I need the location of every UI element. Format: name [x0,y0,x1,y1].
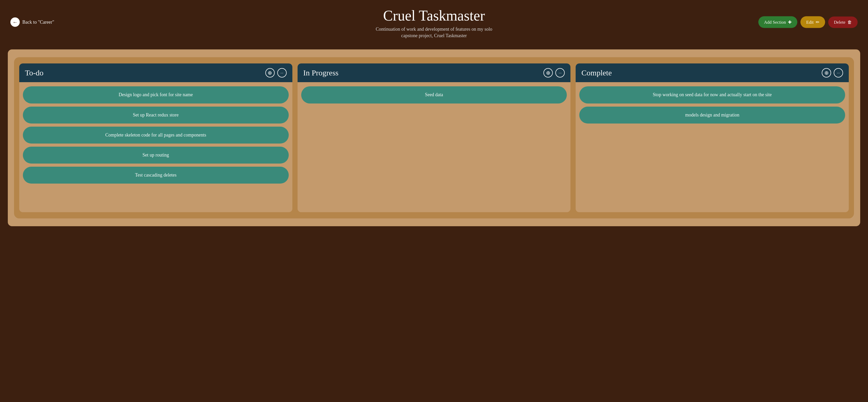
edit-button[interactable]: Edit ✏ [800,17,825,28]
column-body-todo: Design logo and pick font for site nameS… [19,82,292,212]
add-section-icon: ✚ [788,20,792,25]
edit-label: Edit [806,20,813,25]
column-title-in-progress: In Progress [303,68,339,77]
column-add-button-in-progress[interactable]: ⊕ [544,68,553,78]
column-in-progress: In Progress⊕···Seed data [298,63,571,212]
column-actions-todo: ⊕··· [265,68,287,78]
board-wrapper: To-do⊕···Design logo and pick font for s… [8,49,860,226]
back-button-label: Back to "Career" [22,20,54,25]
board: To-do⊕···Design logo and pick font for s… [19,63,849,212]
column-add-button-complete[interactable]: ⊕ [822,68,831,78]
task-card[interactable]: Stop working on seed data for now and ac… [579,86,845,103]
task-card[interactable]: models design and migration [579,107,845,123]
board-outer: To-do⊕···Design logo and pick font for s… [14,57,854,219]
task-card[interactable]: Set up React redux store [23,107,289,123]
column-complete: Complete⊕···Stop working on seed data fo… [576,63,849,212]
column-actions-complete: ⊕··· [822,68,843,78]
add-section-button[interactable]: Add Section ✚ [758,17,798,28]
back-arrow-icon: ← [10,18,20,27]
task-card[interactable]: Complete skeleton code for all pages and… [23,126,289,144]
page-title: Cruel Taskmaster [5,7,863,24]
task-card[interactable]: Test cascading deletes [23,167,289,183]
column-todo: To-do⊕···Design logo and pick font for s… [19,63,292,212]
task-card[interactable]: Set up routing [23,147,289,164]
header-actions: Add Section ✚ Edit ✏ Delete 🗑 [758,17,858,28]
page-subtitle: Continuation of work and development of … [369,26,499,39]
delete-label: Delete [834,20,845,25]
column-header-complete: Complete⊕··· [576,63,849,82]
back-button[interactable]: ← Back to "Career" [10,18,54,27]
task-card[interactable]: Design logo and pick font for site name [23,86,289,103]
column-header-todo: To-do⊕··· [19,63,292,82]
column-more-button-in-progress[interactable]: ··· [555,68,565,78]
column-more-button-todo[interactable]: ··· [277,68,287,78]
column-body-complete: Stop working on seed data for now and ac… [576,82,849,212]
column-actions-in-progress: ⊕··· [544,68,565,78]
column-header-in-progress: In Progress⊕··· [298,63,571,82]
page-header: ← Back to "Career" Cruel Taskmaster Cont… [0,0,868,44]
delete-button[interactable]: Delete 🗑 [828,17,858,28]
column-more-button-complete[interactable]: ··· [834,68,843,78]
column-body-in-progress: Seed data [298,82,571,212]
column-title-todo: To-do [25,68,43,77]
delete-icon: 🗑 [847,20,852,25]
column-add-button-todo[interactable]: ⊕ [265,68,275,78]
column-title-complete: Complete [581,68,612,77]
task-card[interactable]: Seed data [301,86,567,103]
add-section-label: Add Section [764,20,786,25]
edit-icon: ✏ [816,20,819,25]
